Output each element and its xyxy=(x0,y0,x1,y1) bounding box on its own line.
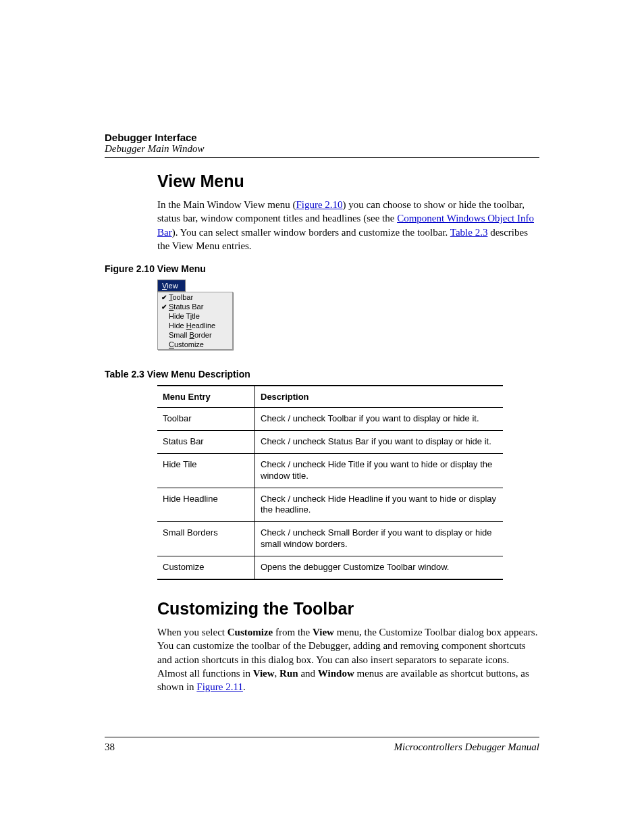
figure-view-menu: View ✔Toolbar✔Status BarHide TitleHide H… xyxy=(157,280,233,350)
table-cell-entry: Toolbar xyxy=(157,408,255,431)
table-cell-description: Check / uncheck Toolbar if you want to d… xyxy=(255,408,504,431)
table-header-entry: Menu Entry xyxy=(157,386,255,408)
section1-paragraph: In the Main Window View menu (Figure 2.1… xyxy=(157,198,539,253)
menu-item: Hide Headline xyxy=(158,321,232,330)
bold-text: View xyxy=(253,668,275,679)
table-cell-entry: Customize xyxy=(157,556,255,579)
link-table-2-3[interactable]: Table 2.3 xyxy=(450,227,488,238)
text: , xyxy=(275,668,280,679)
page-number: 38 xyxy=(105,741,115,753)
bold-text: Window xyxy=(318,668,354,679)
link-figure-2-10[interactable]: Figure 2.10 xyxy=(296,199,342,210)
table-cell-entry: Hide Headline xyxy=(157,488,255,522)
menu-item: Hide Title xyxy=(158,311,232,321)
table-view-menu-description: Menu Entry Description ToolbarCheck / un… xyxy=(157,385,503,580)
menu-item-label: Hide Headline xyxy=(169,321,215,330)
text: and xyxy=(298,668,318,679)
menu-item-label: Small Border xyxy=(169,331,212,339)
menu-dropdown: ✔Toolbar✔Status BarHide TitleHide Headli… xyxy=(157,292,233,350)
table-header-description: Description xyxy=(255,386,504,408)
menu-item-label: Customize xyxy=(169,340,204,348)
table-cell-description: Check / uncheck Hide Headline if you wan… xyxy=(255,488,504,522)
text: When you select xyxy=(157,627,227,637)
section-heading-customizing-toolbar: Customizing the Toolbar xyxy=(157,599,539,619)
bold-text: Customize xyxy=(227,627,273,637)
check-icon: ✔ xyxy=(159,303,169,311)
table-caption: Table 2.3 View Menu Description xyxy=(105,369,539,380)
chapter-title: Debugger Interface xyxy=(105,132,539,143)
table-cell-description: Check / uncheck Status Bar if you want t… xyxy=(255,430,504,453)
bold-text: Run xyxy=(279,668,298,679)
text: . xyxy=(243,681,246,692)
menu-title-view: View xyxy=(157,280,186,292)
table-cell-description: Check / uncheck Hide Title if you want t… xyxy=(255,453,504,488)
figure-caption: Figure 2.10 View Menu xyxy=(105,263,539,274)
chapter-subtitle: Debugger Main Window xyxy=(105,143,539,155)
table-row: Hide TileCheck / uncheck Hide Title if y… xyxy=(157,453,503,488)
bold-text: View xyxy=(313,627,334,637)
check-icon: ✔ xyxy=(159,294,169,301)
table-row: Hide HeadlineCheck / uncheck Hide Headli… xyxy=(157,488,503,522)
text: from the xyxy=(273,627,313,637)
menu-item: Customize xyxy=(158,340,232,349)
menu-item: Small Border xyxy=(158,330,232,340)
text: ). You can select smaller window borders… xyxy=(172,227,450,238)
table-cell-entry: Hide Tile xyxy=(157,453,255,488)
table-row: Status BarCheck / uncheck Status Bar if … xyxy=(157,430,503,453)
menu-item-label: Toolbar xyxy=(169,293,193,301)
page-header: Debugger Interface Debugger Main Window xyxy=(105,132,539,158)
menu-item-label: Hide Title xyxy=(169,312,200,320)
menu-item: ✔Toolbar xyxy=(158,292,232,302)
page-footer: 38 Microcontrollers Debugger Manual xyxy=(105,737,539,753)
table-cell-description: Check / uncheck Small Border if you want… xyxy=(255,522,504,556)
table-row: Small BordersCheck / uncheck Small Borde… xyxy=(157,522,503,556)
table-cell-entry: Small Borders xyxy=(157,522,255,556)
section2-paragraph: When you select Customize from the View … xyxy=(157,625,539,694)
text: iew xyxy=(167,282,178,290)
section-heading-view-menu: View Menu xyxy=(157,172,539,191)
link-figure-2-11[interactable]: Figure 2.11 xyxy=(196,681,243,692)
table-row: CustomizeOpens the debugger Customize To… xyxy=(157,556,503,579)
menu-item: ✔Status Bar xyxy=(158,302,232,311)
menu-item-label: Status Bar xyxy=(169,303,203,311)
table-cell-entry: Status Bar xyxy=(157,430,255,453)
book-title: Microcontrollers Debugger Manual xyxy=(394,741,539,753)
text: In the Main Window View menu ( xyxy=(157,199,296,210)
table-cell-description: Opens the debugger Customize Toolbar win… xyxy=(255,556,504,579)
table-row: ToolbarCheck / uncheck Toolbar if you wa… xyxy=(157,408,503,431)
